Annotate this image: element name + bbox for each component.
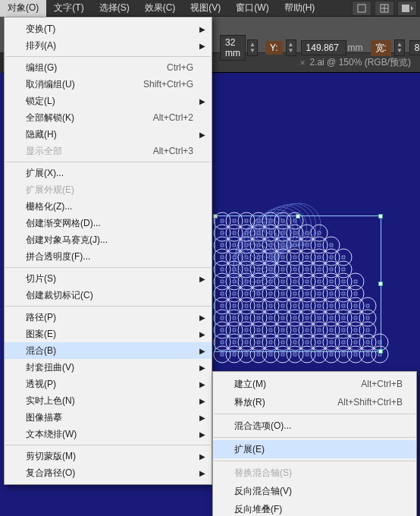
- svg-rect-277: [281, 353, 284, 356]
- menu-item[interactable]: 创建裁切标记(C): [5, 287, 212, 304]
- svg-rect-285: [330, 353, 333, 356]
- selection-handle[interactable]: [378, 214, 383, 219]
- menu-item-label: 替换混合轴(S): [234, 467, 403, 480]
- menu-item[interactable]: 排列(A)▶: [5, 37, 212, 54]
- toolbar-button[interactable]: [375, 1, 394, 16]
- menu-item-label: 显示全部: [26, 145, 153, 158]
- menu-item-label: 图案(E): [26, 328, 193, 341]
- menu-item[interactable]: 窗口(W): [228, 0, 276, 17]
- menu-item[interactable]: 效果(C): [137, 0, 183, 17]
- menu-item[interactable]: 文字(T): [46, 0, 91, 17]
- separator: [5, 162, 211, 162]
- menu-item[interactable]: 取消编组(U)Shift+Ctrl+G: [5, 76, 212, 93]
- shortcut-label: Alt+Ctrl+2: [153, 112, 193, 123]
- menu-item: 替换混合轴(S): [213, 464, 416, 482]
- width-label: 宽:: [371, 40, 391, 56]
- submenu-arrow-icon: ▶: [199, 380, 205, 389]
- menu-item[interactable]: 复合路径(O)▶: [5, 464, 212, 481]
- menu-item[interactable]: 反向堆叠(F): [213, 500, 416, 516]
- menubar: 对象(O)文字(T)选择(S)效果(C)视图(V)窗口(W)帮助(H): [0, 0, 420, 17]
- svg-rect-281: [306, 353, 309, 356]
- menu-item-label: 封套扭曲(V): [26, 361, 193, 374]
- tab-grip: [0, 53, 3, 73]
- menu-item[interactable]: 扩展(X)...: [5, 165, 212, 181]
- menu-item[interactable]: 创建对象马赛克(J)...: [5, 231, 212, 248]
- menu-item[interactable]: 剪切蒙版(M)▶: [5, 448, 212, 464]
- truncated-value[interactable]: 32 mm: [220, 35, 246, 61]
- menu-item-label: 反向混合轴(V): [234, 485, 403, 498]
- menu-item-label: 切片(S): [26, 272, 193, 285]
- menu-item[interactable]: 切片(S)▶: [5, 270, 212, 287]
- object-menu: 变换(T)▶排列(A)▶编组(G)Ctrl+G取消编组(U)Shift+Ctrl…: [4, 17, 212, 485]
- submenu-arrow-icon: ▶: [199, 430, 205, 439]
- menu-item[interactable]: 选择(S): [92, 0, 137, 17]
- menu-item[interactable]: 释放(R)Alt+Shift+Ctrl+B: [213, 393, 416, 411]
- menu-item[interactable]: 栅格化(Z)...: [5, 198, 212, 215]
- menu-item-label: 复合路径(O): [26, 467, 193, 480]
- menu-item[interactable]: 隐藏(H)▶: [5, 126, 212, 143]
- menu-item-label: 路径(P): [26, 311, 193, 324]
- svg-rect-287: [342, 353, 345, 356]
- menu-item-label: 创建裁切标记(C): [26, 289, 193, 302]
- menu-item[interactable]: 创建渐变网格(D)...: [5, 215, 212, 231]
- selection-box: [215, 216, 381, 352]
- separator: [5, 56, 211, 57]
- unit-label: mm: [348, 42, 363, 53]
- menu-item[interactable]: 全部解锁(K)Alt+Ctrl+2: [5, 109, 212, 126]
- menu-item[interactable]: 路径(P)▶: [5, 309, 212, 326]
- selection-handle[interactable]: [296, 214, 300, 219]
- shortcut-label: Alt+Ctrl+3: [153, 146, 193, 156]
- y-input[interactable]: 149.867: [301, 40, 346, 55]
- selection-handle[interactable]: [378, 282, 383, 286]
- menu-item-label: 实时上色(N): [26, 395, 193, 407]
- menu-item[interactable]: 封套扭曲(V)▶: [5, 359, 212, 376]
- menu-item-label: 拼合透明度(F)...: [26, 250, 193, 263]
- svg-rect-279: [293, 353, 296, 356]
- menu-item-label: 扩展(E): [234, 443, 403, 456]
- menu-item-label: 建立(M): [234, 378, 361, 391]
- submenu-arrow-icon: ▶: [199, 42, 205, 50]
- toolbar-button[interactable]: [397, 1, 417, 16]
- menu-item[interactable]: 混合(B)▶: [5, 342, 212, 359]
- menu-item[interactable]: 透视(P)▶: [5, 376, 212, 392]
- submenu-arrow-icon: ▶: [199, 363, 205, 372]
- blend-submenu: 建立(M)Alt+Ctrl+B释放(R)Alt+Shift+Ctrl+B混合选项…: [212, 371, 417, 516]
- menu-item[interactable]: 扩展(E): [213, 440, 416, 458]
- menu-item[interactable]: 图像描摹▶: [5, 409, 212, 426]
- menu-item[interactable]: 建立(M)Alt+Ctrl+B: [213, 375, 416, 393]
- separator: [214, 437, 415, 438]
- selection-handle[interactable]: [213, 214, 218, 219]
- menu-item[interactable]: 变换(T)▶: [5, 20, 212, 37]
- submenu-arrow-icon: ▶: [199, 25, 205, 33]
- menu-item: 显示全部Alt+Ctrl+3: [5, 143, 212, 159]
- menu-item-label: 混合(B): [26, 345, 193, 357]
- stepper-icon[interactable]: ▲▼: [394, 39, 405, 56]
- selection-handle[interactable]: [378, 349, 383, 354]
- menu-item-label: 编组(G): [26, 61, 167, 74]
- menu-item[interactable]: 图案(E)▶: [5, 326, 212, 342]
- submenu-arrow-icon: ▶: [199, 97, 205, 105]
- svg-rect-294: [358, 5, 365, 12]
- menu-item[interactable]: 视图(V): [183, 0, 228, 17]
- svg-rect-269: [233, 353, 236, 356]
- menu-item[interactable]: 锁定(L)▶: [5, 93, 212, 109]
- stepper-icon[interactable]: ▲▼: [286, 39, 296, 56]
- menu-item: 扩展外观(E): [5, 181, 212, 198]
- separator: [5, 445, 211, 445]
- menu-item[interactable]: 对象(O): [0, 0, 46, 17]
- submenu-arrow-icon: ▶: [199, 469, 205, 477]
- stepper-icon[interactable]: ▲▼: [247, 39, 258, 56]
- menu-item[interactable]: 混合选项(O)...: [213, 417, 416, 435]
- menu-item[interactable]: 编组(G)Ctrl+G: [5, 59, 212, 76]
- menu-item-label: 创建渐变网格(D)...: [26, 217, 193, 230]
- menu-item-label: 锁定(L): [26, 95, 193, 108]
- menu-item[interactable]: 帮助(H): [277, 0, 323, 17]
- menu-item[interactable]: 反向混合轴(V): [213, 482, 416, 500]
- y-label: Y:: [265, 41, 283, 55]
- menu-item-label: 文本绕排(W): [26, 428, 193, 441]
- toolbar-button[interactable]: [352, 1, 371, 16]
- menu-item[interactable]: 文本绕排(W)▶: [5, 426, 212, 442]
- menu-item[interactable]: 实时上色(N)▶: [5, 392, 212, 409]
- menu-item[interactable]: 拼合透明度(F)...: [5, 248, 212, 265]
- width-input[interactable]: 84.643: [409, 40, 420, 55]
